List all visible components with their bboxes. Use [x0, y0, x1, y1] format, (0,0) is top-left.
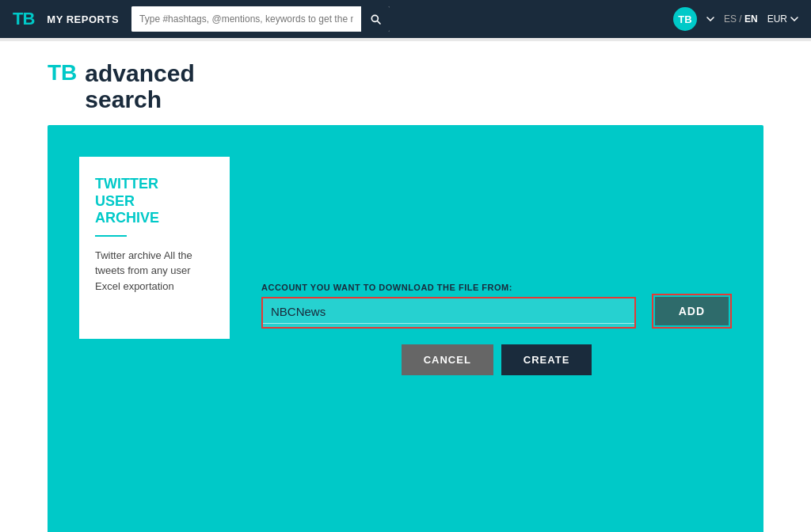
search-input[interactable]: [131, 6, 361, 32]
nav-search-bar: [131, 6, 390, 32]
search-icon: [369, 13, 382, 25]
lang-active: EN: [744, 13, 758, 25]
card-title-line1: TWITTER: [95, 176, 158, 192]
search-button[interactable]: [361, 6, 390, 32]
twitter-archive-card: TWITTER USER ARCHIVE Twitter archive All…: [79, 157, 230, 339]
account-input-label: ACCOUNT YOU WANT TO DOWNLOAD THE FILE FR…: [261, 283, 636, 292]
brand-title-line2: search: [85, 86, 162, 112]
brand-title: advanced search: [85, 60, 194, 112]
lang-inactive: ES: [724, 13, 737, 25]
form-row: ACCOUNT YOU WANT TO DOWNLOAD THE FILE FR…: [261, 283, 732, 329]
page-content: TB advanced search TWITTER USER ARCHIVE …: [0, 41, 811, 532]
nav-currency[interactable]: EUR: [767, 13, 798, 25]
create-button[interactable]: CREATE: [501, 344, 592, 375]
navbar: TB MY REPORTS TB ES / EN EUR: [0, 0, 811, 38]
card-title-line3: ARCHIVE: [95, 210, 159, 226]
add-button-wrapper: ADD: [652, 294, 732, 329]
brand-logo-mark: TB: [48, 60, 77, 85]
brand-area: TB advanced search: [0, 41, 811, 125]
card-divider: [95, 235, 127, 237]
card-title: TWITTER USER ARCHIVE: [95, 176, 214, 227]
form-area: ACCOUNT YOU WANT TO DOWNLOAD THE FILE FR…: [261, 283, 732, 375]
currency-label: EUR: [767, 13, 787, 25]
chevron-down-icon: [706, 17, 714, 21]
brand-text: advanced search: [85, 60, 194, 112]
nav-language[interactable]: ES / EN: [724, 13, 758, 25]
account-input[interactable]: [263, 302, 634, 321]
nav-logo: TB: [13, 9, 34, 29]
add-button[interactable]: ADD: [655, 297, 729, 325]
logo-mark: TB: [13, 9, 34, 29]
action-buttons: CANCEL CREATE: [261, 344, 732, 375]
account-input-wrapper: [261, 297, 636, 329]
cancel-button[interactable]: CANCEL: [402, 344, 493, 375]
card-description: Twitter archive All the tweets from any …: [95, 248, 214, 294]
card-title-line2: USER: [95, 193, 135, 209]
nav-my-reports-link[interactable]: MY REPORTS: [47, 13, 119, 25]
account-input-group: ACCOUNT YOU WANT TO DOWNLOAD THE FILE FR…: [261, 283, 636, 329]
nav-avatar[interactable]: TB: [673, 7, 697, 31]
nav-right: TB ES / EN EUR: [673, 7, 798, 31]
chevron-down-currency-icon: [790, 17, 798, 21]
brand-title-line1: advanced: [85, 60, 194, 86]
lang-separator: /: [739, 13, 744, 25]
brand-logo: TB: [48, 60, 85, 86]
input-underline: [263, 323, 634, 324]
teal-section: TWITTER USER ARCHIVE Twitter archive All…: [48, 125, 763, 532]
nav-avatar-dropdown[interactable]: [706, 17, 714, 21]
